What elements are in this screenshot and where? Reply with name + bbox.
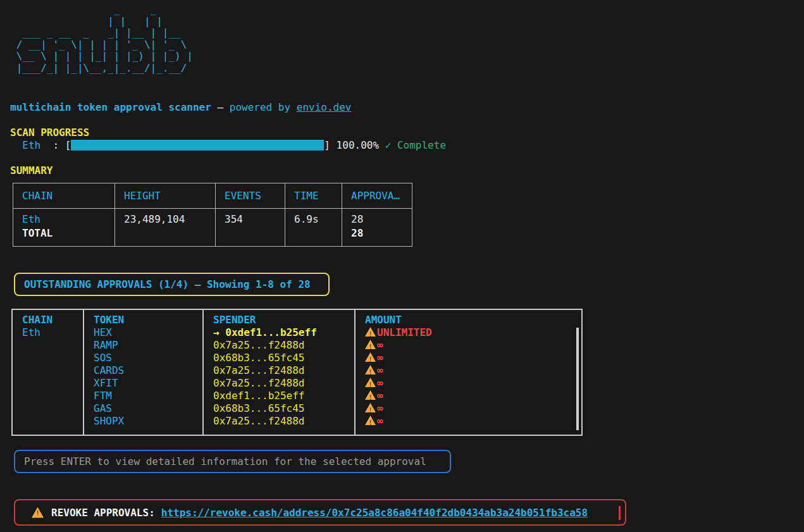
progress-indent — [10, 139, 22, 151]
spender-cell[interactable]: → 0xdef1...b25eff — [213, 326, 354, 339]
warning-icon — [365, 352, 376, 362]
approvals-table: CHAIN Eth TOKEN HEX RAMP SOS CARDS XFIT … — [11, 309, 583, 436]
amount-cell[interactable]: ∞ — [365, 402, 581, 415]
progress-open-bracket: : [ — [40, 139, 71, 151]
tagline-dash: — — [211, 101, 230, 113]
amount-cell[interactable]: ∞ — [365, 390, 581, 402]
summary-approvals-cell: 28 28 — [342, 209, 412, 246]
spender-cell[interactable]: 0x7a25...f2488d — [213, 377, 354, 390]
approvals-spender-column: SPENDER → 0xdef1...b25eff 0x7a25...f2488… — [202, 310, 354, 435]
approvals-amount-column: AMOUNT UNLIMITED ∞ ∞ ∞ ∞ ∞ ∞ ∞ — [354, 310, 581, 435]
summary-col-events: EVENTS — [216, 183, 285, 208]
warning-icon — [365, 327, 376, 337]
revoke-approvals-label: REVOKE APPROVALS: — [51, 507, 155, 519]
summary-height-cell: 23,489,104 — [115, 209, 216, 246]
approvals-chain-column: CHAIN Eth — [13, 310, 83, 435]
token-cell[interactable]: SHOPX — [94, 415, 202, 428]
scan-progress-row: Eth : [] 100.00% ✓ Complete — [10, 139, 446, 152]
hint-text: Press ENTER to view detailed information… — [24, 455, 426, 467]
spender-cell[interactable]: 0x7a25...f2488d — [213, 415, 354, 428]
warning-icon — [365, 416, 376, 425]
amount-cell[interactable]: ∞ — [365, 352, 581, 364]
token-list: HEX RAMP SOS CARDS XFIT FTM GAS SHOPX — [94, 326, 202, 428]
amount-cell[interactable]: UNLIMITED — [365, 326, 581, 339]
summary-table: CHAIN HEIGHT EVENTS TIME APPROVA… Eth TO… — [13, 183, 412, 247]
amount-cell[interactable]: ∞ — [365, 377, 581, 390]
amount-list: UNLIMITED ∞ ∞ ∞ ∞ ∞ ∞ ∞ — [365, 326, 581, 428]
progress-close-bracket: ] — [324, 139, 336, 151]
summary-chain-cell: Eth TOTAL — [13, 209, 115, 246]
spender-cell[interactable]: 0xdef1...b25eff — [213, 390, 354, 402]
outstanding-approvals-box: OUTSTANDING APPROVALS (1/4) — Showing 1-… — [14, 273, 330, 296]
amount-cell[interactable]: ∞ — [365, 364, 581, 377]
token-cell[interactable]: XFIT — [94, 377, 202, 390]
summary-time-value: 6.9s — [294, 213, 342, 226]
app-tagline: multichain token approval scanner — powe… — [10, 101, 351, 113]
approvals-col-spender: SPENDER — [213, 314, 354, 326]
summary-approvals-total: 28 — [351, 226, 412, 240]
summary-col-height: HEIGHT — [115, 183, 216, 208]
summary-height-value: 23,489,104 — [124, 213, 215, 226]
spender-cell[interactable]: 0x7a25...f2488d — [213, 339, 354, 352]
summary-col-chain: CHAIN — [13, 183, 115, 208]
table-scrollbar[interactable] — [576, 328, 579, 430]
selected-arrow-icon: → — [213, 326, 225, 338]
summary-body-row: Eth TOTAL 23,489,104 354 6.9s 28 28 — [13, 209, 412, 246]
progress-chain-label: Eth — [22, 139, 40, 151]
amount-cell[interactable]: ∞ — [365, 339, 581, 352]
approvals-col-amount: AMOUNT — [365, 314, 581, 326]
terminal-cursor — [619, 506, 621, 520]
token-cell[interactable]: GAS — [94, 402, 202, 415]
summary-chain-value: Eth — [22, 213, 114, 226]
token-cell[interactable]: CARDS — [94, 364, 202, 377]
tagline-title: multichain token approval scanner — [10, 101, 211, 113]
spender-cell[interactable]: 0x68b3...65fc45 — [213, 402, 354, 415]
progress-bar-fill — [71, 140, 324, 151]
summary-col-approvals: APPROVA… — [342, 183, 412, 208]
spender-cell[interactable]: 0x7a25...f2488d — [213, 364, 354, 377]
terminal-screen: _ _ | | | | ___ _ __ _ _| |__ | |__ / __… — [0, 0, 804, 532]
warning-icon — [365, 390, 376, 400]
approvals-token-column: TOKEN HEX RAMP SOS CARDS XFIT FTM GAS — [83, 310, 202, 435]
warning-icon — [32, 507, 44, 518]
amount-cell[interactable]: ∞ — [365, 415, 581, 428]
warning-icon — [365, 378, 376, 387]
warning-icon — [365, 365, 376, 374]
summary-time-cell: 6.9s — [285, 209, 342, 246]
approvals-chain-value: Eth — [22, 326, 83, 339]
summary-approvals-value: 28 — [351, 213, 412, 226]
check-icon: ✓ — [385, 139, 392, 151]
progress-percent: 100.00% — [337, 139, 385, 151]
summary-total-label: TOTAL — [22, 226, 114, 240]
summary-col-time: TIME — [285, 183, 342, 208]
spender-list: → 0xdef1...b25eff 0x7a25...f2488d 0x68b3… — [213, 326, 354, 428]
envio-link[interactable]: envio.dev — [297, 101, 352, 113]
token-cell[interactable]: SOS — [94, 352, 202, 364]
outstanding-approvals-title: OUTSTANDING APPROVALS (1/4) — Showing 1-… — [24, 278, 311, 290]
summary-heading: SUMMARY — [10, 164, 53, 176]
spender-cell[interactable]: 0x68b3...65fc45 — [213, 352, 354, 364]
powered-by-label: powered by — [230, 101, 297, 113]
revoke-approvals-box: REVOKE APPROVALS: https://revoke.cash/ad… — [14, 499, 626, 526]
summary-events-cell: 354 — [216, 209, 285, 246]
summary-events-value: 354 — [225, 213, 285, 226]
revoke-cash-link[interactable]: https://revoke.cash/address/0x7c25a8c86a… — [161, 507, 588, 519]
approvals-col-chain: CHAIN — [22, 314, 83, 326]
warning-icon — [365, 403, 376, 412]
progress-status: Complete — [391, 139, 446, 151]
scan-progress-heading: SCAN PROGRESS — [10, 127, 89, 139]
token-cell[interactable]: FTM — [94, 390, 202, 402]
token-cell[interactable]: RAMP — [94, 339, 202, 352]
hint-box: Press ENTER to view detailed information… — [14, 450, 451, 473]
warning-icon — [365, 340, 376, 349]
token-cell[interactable]: HEX — [94, 326, 202, 339]
approvals-col-token: TOKEN — [94, 314, 202, 326]
snubb-ascii-logo: _ _ | | | | ___ _ __ _ _| |__ | |__ / __… — [10, 4, 193, 75]
summary-header-row: CHAIN HEIGHT EVENTS TIME APPROVA… — [13, 183, 412, 209]
